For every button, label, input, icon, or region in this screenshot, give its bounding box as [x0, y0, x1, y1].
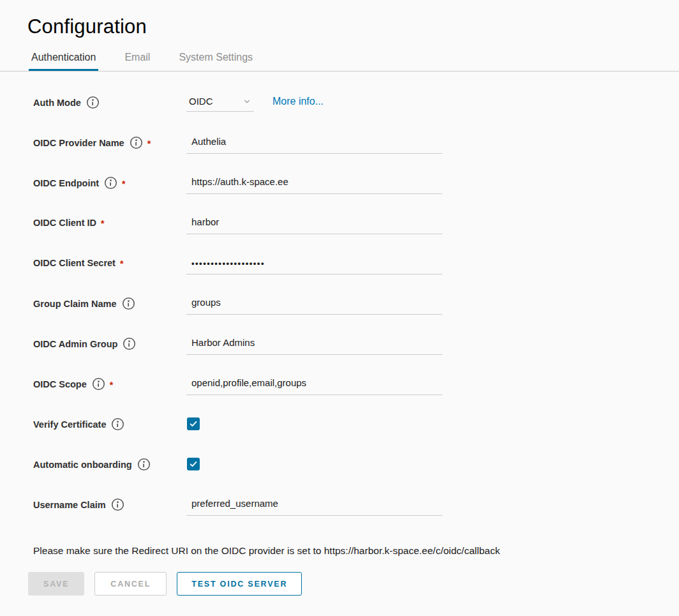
- checkmark-icon: [189, 419, 198, 428]
- oidc-scope-row: OIDC Scope * openid,profile,email,groups: [33, 376, 679, 416]
- info-icon[interactable]: [130, 136, 143, 149]
- oidc-client-secret-row: OIDC Client Secret * •••••••••••••••••••: [33, 255, 679, 296]
- username-claim-label: Username Claim: [33, 500, 106, 510]
- info-icon[interactable]: [122, 297, 135, 310]
- username-claim-input[interactable]: preferred_username: [186, 497, 442, 516]
- group-claim-name-row: Group Claim Name groups: [33, 296, 679, 336]
- username-claim-row: Username Claim preferred_username: [33, 497, 679, 537]
- oidc-client-id-label: OIDC Client ID: [33, 218, 96, 228]
- oidc-client-id-row: OIDC Client ID * harbor: [33, 215, 679, 255]
- auth-mode-row: Auth Mode OIDC More info...: [33, 94, 679, 135]
- tab-system-settings[interactable]: System Settings: [176, 52, 255, 71]
- required-marker: *: [147, 137, 151, 149]
- group-claim-name-label: Group Claim Name: [33, 299, 117, 309]
- verify-certificate-row: Verify Certificate: [33, 416, 679, 456]
- oidc-client-secret-input[interactable]: •••••••••••••••••••: [186, 255, 442, 274]
- oidc-endpoint-label: OIDC Endpoint: [33, 178, 99, 188]
- oidc-client-secret-label: OIDC Client Secret: [33, 258, 116, 268]
- action-buttons: SAVE CANCEL TEST OIDC SERVER: [0, 557, 679, 596]
- cancel-button[interactable]: CANCEL: [94, 572, 167, 596]
- required-marker: *: [122, 177, 125, 189]
- info-icon[interactable]: [111, 498, 124, 511]
- info-icon[interactable]: [86, 96, 100, 109]
- test-oidc-server-button[interactable]: TEST OIDC SERVER: [177, 572, 302, 596]
- tab-bar: Authentication Email System Settings: [0, 52, 679, 71]
- group-claim-name-input[interactable]: groups: [186, 296, 442, 315]
- info-icon[interactable]: [92, 377, 105, 391]
- oidc-scope-input[interactable]: openid,profile,email,groups: [186, 376, 442, 395]
- verify-certificate-checkbox[interactable]: [187, 417, 200, 430]
- save-button[interactable]: SAVE: [28, 572, 84, 596]
- configuration-page: Configuration Authentication Email Syste…: [0, 0, 679, 596]
- oidc-admin-group-input[interactable]: Harbor Admins: [186, 336, 442, 355]
- redirect-uri-note: Please make sure the Redirect URI on the…: [0, 537, 679, 557]
- auth-mode-select[interactable]: OIDC: [186, 94, 254, 112]
- chevron-down-icon: [243, 97, 251, 106]
- more-info-link[interactable]: More info...: [272, 94, 324, 107]
- oidc-provider-name-input[interactable]: Authelia: [186, 135, 442, 154]
- oidc-provider-name-row: OIDC Provider Name * Authelia: [33, 135, 679, 175]
- checkmark-icon: [189, 460, 198, 469]
- required-marker: *: [120, 257, 123, 269]
- auth-mode-selected-value: OIDC: [189, 96, 213, 107]
- tab-authentication[interactable]: Authentication: [29, 52, 98, 71]
- verify-certificate-label: Verify Certificate: [33, 419, 106, 430]
- required-marker: *: [110, 378, 113, 390]
- oidc-client-id-input[interactable]: harbor: [186, 215, 442, 234]
- oidc-admin-group-label: OIDC Admin Group: [33, 339, 117, 349]
- page-title: Configuration: [0, 0, 679, 38]
- automatic-onboarding-checkbox[interactable]: [187, 458, 200, 470]
- auth-mode-label: Auth Mode: [33, 98, 81, 108]
- oidc-admin-group-row: OIDC Admin Group Harbor Admins: [33, 336, 679, 376]
- oidc-endpoint-row: OIDC Endpoint * https://auth.k-space.ee: [33, 175, 679, 215]
- automatic-onboarding-label: Automatic onboarding: [33, 460, 132, 470]
- info-icon[interactable]: [123, 337, 136, 350]
- oidc-scope-label: OIDC Scope: [33, 379, 87, 389]
- automatic-onboarding-row: Automatic onboarding: [33, 456, 679, 497]
- info-icon[interactable]: [137, 458, 151, 471]
- info-icon[interactable]: [104, 176, 117, 190]
- oidc-provider-name-label: OIDC Provider Name: [33, 138, 124, 148]
- info-icon[interactable]: [111, 417, 124, 431]
- tab-email[interactable]: Email: [122, 52, 153, 71]
- required-marker: *: [101, 216, 104, 229]
- oidc-endpoint-input[interactable]: https://auth.k-space.ee: [186, 175, 442, 194]
- authentication-form: Auth Mode OIDC More info... OIDC Provide…: [0, 71, 679, 537]
